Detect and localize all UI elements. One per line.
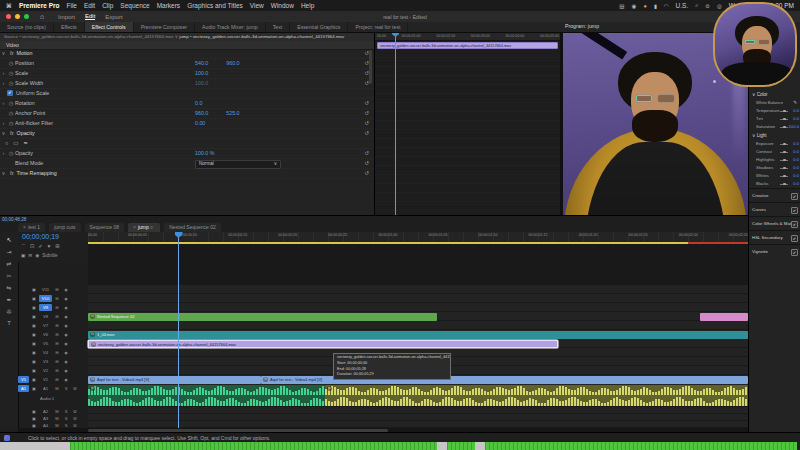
slider-control[interactable]	[780, 160, 788, 161]
workspace-tab-edit[interactable]: Edit	[85, 13, 95, 20]
marker-icon[interactable]: ▼	[46, 243, 51, 249]
ripple-edit-tool[interactable]: ⇄	[0, 260, 18, 267]
toggle-track-output-icon[interactable]: ◉	[62, 287, 70, 292]
lumetri-section-creative[interactable]: Creative✔	[749, 188, 800, 202]
siri-icon[interactable]: ◎	[717, 3, 722, 9]
lock-icon[interactable]: ▣	[21, 253, 25, 258]
audio-lane-a2[interactable]	[88, 407, 748, 414]
mute-button[interactable]: M	[53, 416, 61, 421]
blend-mode-dropdown[interactable]: Normal∨	[195, 160, 281, 169]
type-tool[interactable]: T	[0, 320, 18, 326]
search-icon[interactable]: ⌕	[695, 2, 698, 9]
solo-button[interactable]: S	[62, 416, 70, 421]
stopwatch-icon[interactable]: ◷	[7, 59, 15, 68]
close-window-button[interactable]	[6, 14, 11, 19]
mute-button[interactable]: M	[53, 409, 61, 414]
record-mic-icon[interactable]: Ψ	[71, 423, 79, 428]
chevron-right-icon[interactable]: ›	[0, 149, 7, 158]
slider-control[interactable]	[780, 127, 788, 128]
menu-sequence[interactable]: Sequence	[120, 2, 149, 9]
video-lane-v7[interactable]	[88, 321, 748, 330]
sequence-tab-test-1[interactable]: ×test 1	[18, 223, 45, 232]
menu-view[interactable]: View	[250, 2, 264, 9]
sync-lock-icon[interactable]: ⊟	[53, 341, 61, 346]
reset-param-icon[interactable]: ↺	[364, 99, 369, 108]
stopwatch-icon[interactable]: ◷	[7, 109, 15, 118]
lumetri-value[interactable]: 0.0	[793, 115, 799, 123]
checkbox-checked-icon[interactable]: ✔	[791, 207, 798, 214]
track-name-v9[interactable]: V9	[39, 304, 52, 311]
snap-icon[interactable]: ⌒	[21, 243, 26, 249]
hand-tool[interactable]: ✇	[0, 308, 18, 315]
slider-control[interactable]	[780, 152, 788, 153]
sequence-tab-jump[interactable]: ×jump ≡	[128, 223, 160, 232]
tab-premiere-composer[interactable]: Premiere Composer	[134, 22, 195, 32]
sync-lock-icon[interactable]: ⊟	[53, 305, 61, 310]
lock-icon[interactable]: ▣	[30, 305, 38, 310]
razor-tool[interactable]: ✂	[0, 272, 18, 279]
toggle-track-output-icon[interactable]: ◉	[62, 368, 70, 373]
slider-control[interactable]	[780, 176, 788, 177]
stopwatch-icon[interactable]: ◷	[7, 99, 15, 108]
lumetri-value[interactable]: 100.0	[789, 123, 799, 131]
track-name-v10[interactable]: V10	[39, 295, 52, 302]
param-value[interactable]: 540.0	[195, 59, 208, 68]
track-name-a1[interactable]: A1	[39, 385, 52, 392]
slider-control[interactable]	[780, 184, 788, 185]
lumetri-value[interactable]: 0.0	[793, 156, 799, 164]
timeline-playhead[interactable]	[178, 232, 179, 428]
cc-icon[interactable]: ⊟	[28, 253, 32, 258]
track-name-v8[interactable]: V8	[39, 313, 52, 320]
sequence-tab-nested-sequence-02[interactable]: Nested Sequence 02	[164, 223, 221, 232]
sync-lock-icon[interactable]: ⊟	[53, 350, 61, 355]
param-value[interactable]: 0.00	[195, 119, 205, 128]
timeline-clip-1-04-mov[interactable]: fx1_04.mov	[88, 331, 748, 339]
audio-clip-2[interactable]: fx	[325, 385, 748, 406]
chevron-right-icon[interactable]: ›	[0, 69, 7, 78]
lumetri-section-color[interactable]: ∨ Color	[749, 90, 800, 99]
lumetri-value[interactable]: 0.0	[793, 180, 799, 188]
tab-program-monitor[interactable]: Program: jump	[565, 23, 599, 29]
source-patch[interactable]: A1	[18, 385, 29, 392]
record-icon[interactable]: ●	[643, 3, 646, 9]
sync-lock-icon[interactable]: ⊟	[53, 368, 61, 373]
video-lane-v10[interactable]	[88, 294, 748, 303]
toggle-track-output-icon[interactable]: ◉	[62, 359, 70, 364]
lumetri-section-light[interactable]: ∨ Light	[749, 131, 800, 140]
toggle-track-output-icon[interactable]: ◉	[62, 350, 70, 355]
tab-effects[interactable]: Effects	[54, 22, 85, 32]
lumetri-section-hsl-secondary[interactable]: HSL Secondary✔	[749, 230, 800, 244]
sync-lock-icon[interactable]: ⊟	[53, 287, 61, 292]
menu-premiere-pro[interactable]: Premiere Pro	[19, 2, 59, 9]
toggle-track-output-icon[interactable]: ◉	[62, 305, 70, 310]
toggle-track-output-icon[interactable]: ◉	[62, 332, 70, 337]
solo-button[interactable]: S	[62, 423, 70, 428]
menu-markers[interactable]: Markers	[157, 2, 180, 9]
slider-control[interactable]	[780, 168, 788, 169]
lock-icon[interactable]: ▣	[30, 314, 38, 319]
sync-lock-icon[interactable]: ⊟	[53, 314, 61, 319]
lock-icon[interactable]: ▣	[30, 341, 38, 346]
checkbox-checked-icon[interactable]: ✔	[791, 235, 798, 242]
effect-group-label[interactable]: Opacity	[17, 130, 35, 136]
param-value[interactable]: 100.0	[195, 79, 208, 88]
track-name-v2[interactable]: V2	[39, 367, 52, 374]
pen-mask-icon[interactable]: ✒	[24, 139, 29, 148]
zoom-window-button[interactable]	[24, 14, 29, 19]
toggle-track-output-icon[interactable]: ◉	[62, 323, 70, 328]
sequence-tab-sequence-08[interactable]: Sequence 08	[85, 223, 124, 232]
nest-icon[interactable]: ⊞	[55, 243, 59, 249]
sync-lock-icon[interactable]: ⊟	[53, 296, 61, 301]
chevron-down-icon[interactable]: ∨	[0, 129, 7, 138]
track-select-tool[interactable]: ⇥	[0, 248, 18, 255]
toggle-track-output-icon[interactable]: ◉	[62, 341, 70, 346]
timeline-timecode[interactable]: 00;00;00;19	[22, 233, 59, 240]
lock-icon[interactable]: ▣	[30, 296, 38, 301]
toggle-track-output-icon[interactable]: ◉	[62, 377, 70, 382]
track-name-v7[interactable]: V7	[39, 322, 52, 329]
reset-param-icon[interactable]: ↺	[364, 149, 369, 158]
lock-icon[interactable]: ▣	[30, 386, 38, 391]
ellipse-mask-icon[interactable]: ○	[5, 139, 8, 148]
workspace-tab-import[interactable]: Import	[58, 14, 75, 20]
menu-edit[interactable]: Edit	[84, 2, 95, 9]
